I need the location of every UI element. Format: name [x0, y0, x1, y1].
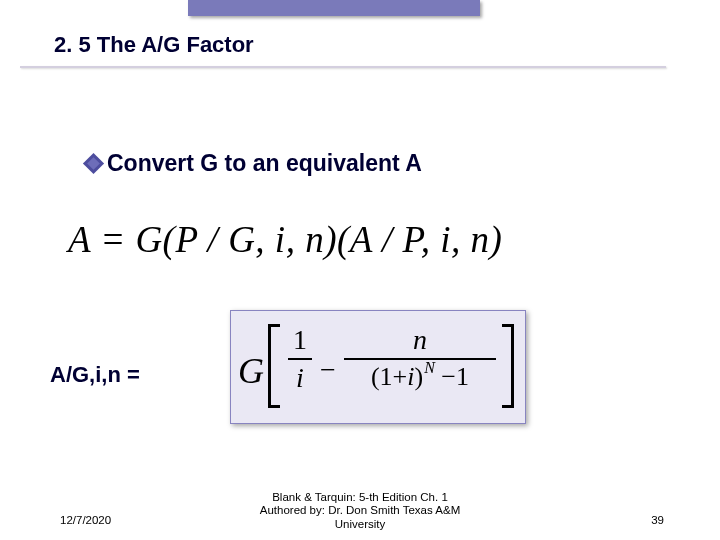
footer-line-1: Blank & Tarquin: 5-th Edition Ch. 1	[272, 491, 448, 503]
diamond-bullet-icon	[83, 153, 104, 174]
title-underline	[20, 66, 666, 68]
decorative-top-bar	[188, 0, 480, 16]
equation-variable-g: G	[238, 350, 264, 392]
fraction-1-denominator: i	[288, 364, 312, 392]
denominator-minus: −	[441, 362, 456, 391]
right-bracket-icon	[500, 320, 516, 412]
denominator-paren-close: )	[415, 362, 424, 391]
footer-attribution: Blank & Tarquin: 5-th Edition Ch. 1 Auth…	[0, 491, 720, 532]
denominator-exponent: N	[424, 359, 435, 376]
fraction-1-numerator: 1	[288, 326, 312, 354]
bullet-text: Convert G to an equivalent A	[107, 150, 422, 177]
denominator-paren-open: (1+	[371, 362, 407, 391]
slide-title: 2. 5 The A/G Factor	[54, 32, 254, 58]
fraction-1: 1 i	[288, 326, 312, 392]
fraction-2: n (1+i)N −1	[344, 326, 496, 402]
equation-line-2: G 1 i − n (1+i)N −1	[238, 318, 518, 418]
equation-lhs-label: A/G,i,n =	[50, 362, 140, 388]
footer-line-3: University	[335, 518, 385, 530]
fraction-2-numerator: n	[344, 326, 496, 354]
fraction-2-denominator: (1+i)N −1	[344, 364, 496, 402]
fraction-bar-icon	[344, 358, 496, 360]
bullet-item: Convert G to an equivalent A	[86, 150, 422, 177]
footer-line-2: Authored by: Dr. Don Smith Texas A&M	[260, 504, 461, 516]
footer-page-number: 39	[651, 514, 664, 526]
denominator-one: 1	[456, 362, 469, 391]
equation-line-1: A = G(P / G, i, n)(A / P, i, n)	[68, 218, 502, 261]
denominator-variable-i: i	[407, 362, 414, 391]
fraction-bar-icon	[288, 358, 312, 360]
left-bracket-icon	[266, 320, 282, 412]
minus-sign: −	[320, 354, 336, 386]
